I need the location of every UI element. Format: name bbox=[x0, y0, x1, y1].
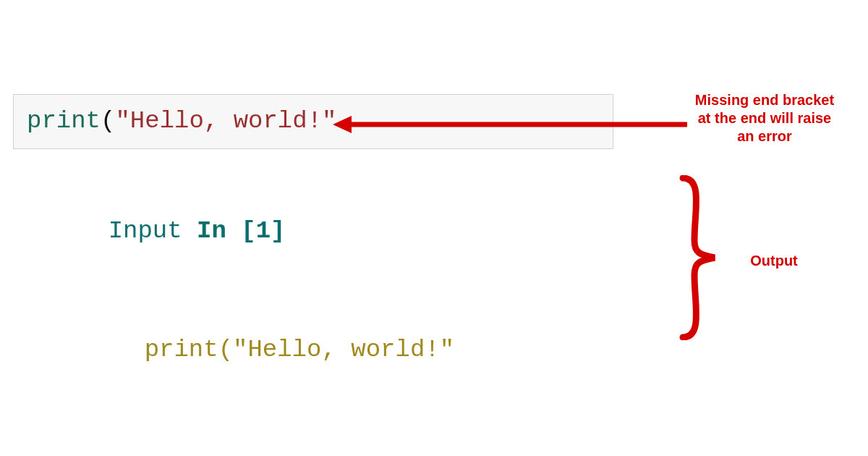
output-in-word: In bbox=[197, 217, 241, 245]
annotation-missing-bracket: Missing end bracket at the end will rais… bbox=[689, 91, 841, 145]
output-line-code: print("Hello, world!" bbox=[20, 290, 671, 408]
annotation-output-label: Output bbox=[731, 252, 817, 270]
brace-icon bbox=[678, 175, 722, 340]
code-token-open-paren: ( bbox=[101, 107, 115, 135]
output-line-input: Input In [1] bbox=[20, 172, 671, 290]
code-token-print: print bbox=[27, 107, 101, 135]
svg-marker-1 bbox=[333, 116, 352, 133]
output-input-word: Input bbox=[109, 217, 197, 245]
arrow-icon bbox=[333, 110, 691, 139]
output-in-number: [1] bbox=[241, 217, 285, 245]
code-token-string: "Hello, world!" bbox=[115, 107, 336, 135]
output-area: Input In [1] print("Hello, world!" ^ Syn… bbox=[20, 172, 671, 456]
output-line-caret: ^ bbox=[20, 408, 671, 456]
output-echoed-code: print("Hello, world!" bbox=[145, 336, 454, 363]
